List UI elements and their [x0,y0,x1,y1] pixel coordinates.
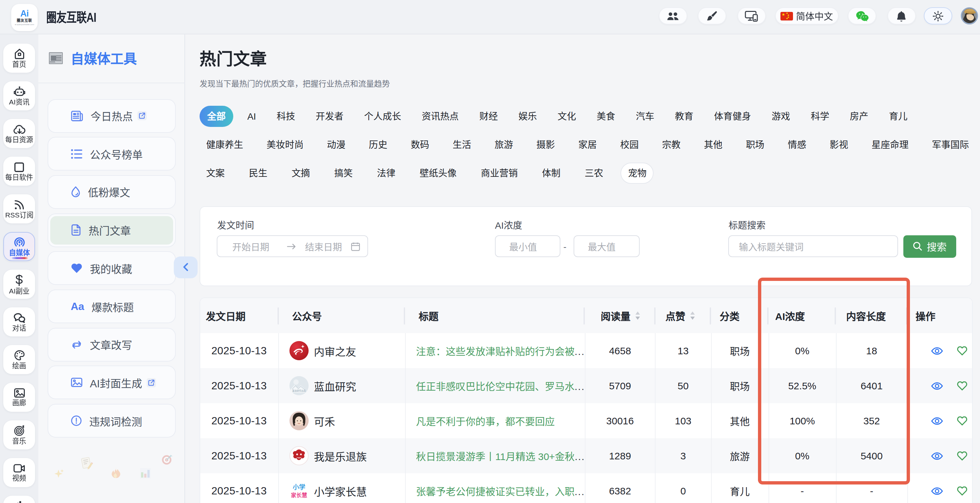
svg-text:家长慧: 家长慧 [291,492,307,498]
svg-text:蓝血研究出品: 蓝血研究出品 [293,389,306,392]
svg-text:小学: 小学 [293,484,305,491]
